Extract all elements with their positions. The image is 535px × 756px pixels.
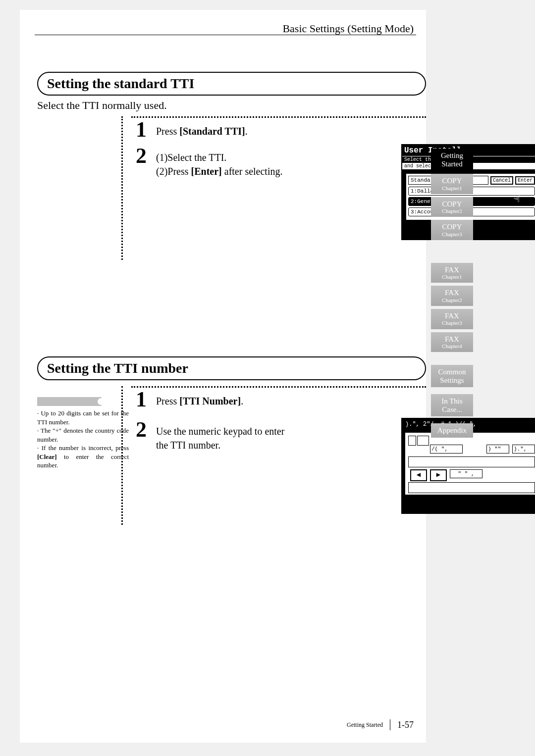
heading-tti-number: Setting the TTI number	[37, 356, 426, 380]
step-number: 1	[131, 117, 151, 142]
step-text: Press	[156, 126, 179, 137]
footer-section: Getting Started	[347, 721, 383, 729]
step-2-1: 1 Press [TTI Number].	[131, 392, 433, 408]
step-bold: [Standard TTI]	[179, 126, 245, 137]
note-2: · The "+" denotes the country code numbe…	[37, 426, 129, 444]
page-header: Basic Settings (Setting Mode)	[282, 22, 414, 35]
step-text: Use the numeric keypad to enter the TTI …	[156, 422, 295, 452]
dotted-side-1	[121, 116, 123, 260]
note-1: · Up to 20 digits can be set for the TTI…	[37, 409, 129, 426]
step-number: 2	[131, 417, 151, 442]
tab-copy-2[interactable]: COPYChapter2	[431, 197, 473, 217]
tab-common-settings[interactable]: Common Settings	[431, 365, 473, 387]
dotted-side-2	[121, 386, 123, 525]
note-3: · If the number is incorrect, press [Cle…	[37, 444, 129, 470]
screen2-wide	[408, 456, 535, 467]
footer-page-number: 1-57	[397, 720, 414, 730]
dotted-top-1	[131, 116, 426, 118]
footer-divider	[390, 719, 390, 730]
arrow-right-button[interactable]: ▶	[430, 469, 447, 481]
tab-getting-started[interactable]: Getting Started	[431, 149, 473, 171]
screen2-bottom	[408, 482, 535, 493]
side-notes: · Up to 20 digits can be set for the TTI…	[37, 397, 129, 470]
step-text: Press	[156, 396, 179, 406]
screen2-box2	[417, 436, 429, 446]
step-2-2: 2 Use the numeric keypad to enter the TT…	[131, 422, 433, 452]
arrow-left-button[interactable]: ◀	[410, 469, 427, 481]
screen2-btn2[interactable]: ).",	[512, 445, 535, 454]
step-1-1: 1 Press [Standard TTI].	[131, 122, 433, 138]
header-rule	[35, 35, 416, 35]
page-footer: Getting Started 1-57	[347, 719, 414, 730]
tab-copy-1[interactable]: COPYChapter1	[431, 174, 473, 194]
step-line2-post: after selecting.	[222, 166, 283, 177]
screen2-lower: " " ,	[450, 469, 482, 478]
step-bold: [TTI Number]	[179, 396, 241, 406]
tab-in-this-case[interactable]: In This Case...	[431, 394, 473, 416]
steps-area-1: 1 Press [Standard TTI]. 2 (1)Select the …	[131, 116, 433, 188]
tab-appendix[interactable]: Appendix	[431, 423, 473, 438]
sidebar-tabs: Getting Started COPYChapter1 COPYChapter…	[431, 149, 473, 441]
intro-text-1: Select the TTI normally used.	[37, 99, 167, 112]
note-bar-icon	[37, 397, 102, 406]
step-number: 1	[131, 387, 151, 412]
dotted-top-2	[131, 386, 426, 388]
step-line2-bold: [Enter]	[191, 166, 222, 177]
screen2-btn1[interactable]: ) ""	[486, 445, 509, 454]
step-line1: (1)Select the TTI.	[156, 151, 433, 164]
tab-fax-2[interactable]: FAXChapter2	[431, 286, 473, 306]
step-line2-pre: (2)Press	[156, 166, 191, 177]
document-page: Basic Settings (Setting Mode) Setting th…	[20, 10, 426, 743]
cancel-button[interactable]: Cancel	[490, 176, 513, 185]
tab-fax-3[interactable]: FAXChapter3	[431, 309, 473, 329]
tab-copy-3[interactable]: COPYChapter3	[431, 220, 473, 240]
pointer-hand-icon: ☟	[514, 192, 520, 205]
steps-area-2: 1 Press [TTI Number]. 2 Use the numeric …	[131, 386, 433, 462]
step-number: 2	[131, 143, 151, 168]
screen2-field: /( ",	[430, 445, 463, 454]
step-1-2: 2 (1)Select the TTI. (2)Press [Enter] af…	[131, 148, 433, 178]
heading-standard-tti: Setting the standard TTI	[37, 72, 426, 96]
enter-button[interactable]: Enter	[515, 176, 535, 185]
tab-fax-4[interactable]: FAXChapter4	[431, 332, 473, 353]
step-post: .	[245, 126, 248, 137]
tab-fax-1[interactable]: FAXChapter1	[431, 263, 473, 283]
screen2-box1	[408, 436, 416, 446]
step-post: .	[241, 396, 243, 406]
